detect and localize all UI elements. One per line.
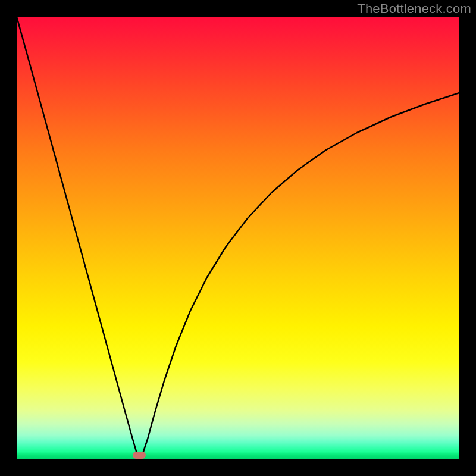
chart-optimum-marker [133,452,146,459]
watermark-text: TheBottleneck.com [357,1,471,17]
chart-plot-area [17,17,459,459]
chart-curve [17,17,459,459]
